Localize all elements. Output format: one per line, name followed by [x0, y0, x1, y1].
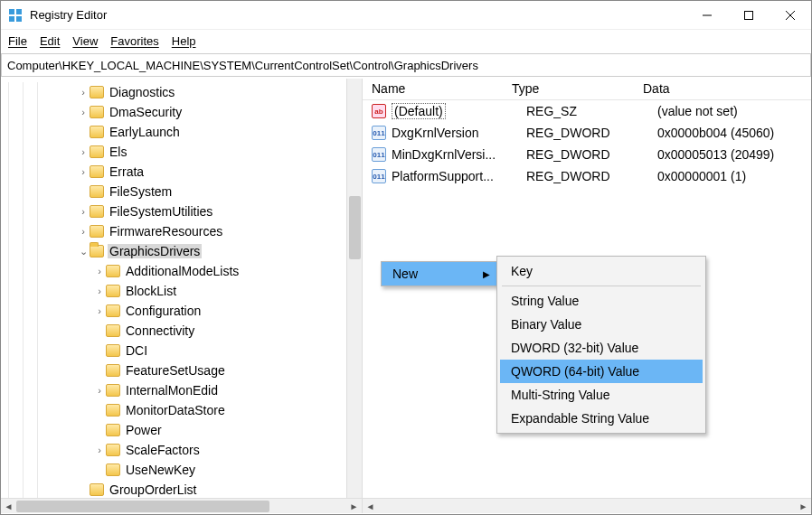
tree-node-label: BlockList	[124, 284, 178, 298]
folder-icon	[90, 145, 104, 158]
value-row[interactable]: 011MinDxgKrnlVersi...REG_DWORD0x00005013…	[372, 144, 811, 165]
col-name[interactable]: Name	[372, 79, 512, 99]
tree-node[interactable]: ›InternalMonEdid	[1, 380, 362, 400]
tree-node-label: MonitorDataStore	[124, 403, 227, 417]
binary-value-icon: 011	[372, 126, 386, 140]
tree-pane[interactable]: ›Diagnostics›DmaSecurityEarlyLaunch›Els›…	[1, 79, 363, 498]
close-button[interactable]	[770, 1, 811, 30]
context-item[interactable]: String Value	[500, 289, 703, 313]
binary-value-icon: 011	[372, 169, 386, 183]
tree-node-label: GraphicsDrivers	[108, 244, 202, 258]
context-item[interactable]: Multi-String Value	[500, 383, 703, 407]
tree-vertical-scrollbar[interactable]	[346, 79, 362, 498]
tree-node[interactable]: ›Errata	[1, 162, 362, 182]
expand-toggle-icon[interactable]: ›	[77, 107, 90, 117]
expand-toggle-icon[interactable]: ›	[77, 146, 90, 157]
expand-toggle-icon[interactable]: ›	[77, 206, 90, 217]
tree-node[interactable]: UseNewKey	[1, 460, 362, 480]
context-item-label: Binary Value	[511, 317, 581, 332]
tree-node-label: Connectivity	[124, 323, 196, 338]
folder-icon	[106, 344, 120, 357]
expand-toggle-icon[interactable]: ›	[77, 166, 90, 177]
expand-toggle-icon[interactable]: ›	[93, 286, 106, 296]
address-text: Computer\HKEY_LOCAL_MACHINE\SYSTEM\Curre…	[7, 59, 478, 72]
tree-node-label: DCI	[124, 343, 149, 358]
context-item[interactable]: DWORD (32-bit) Value	[500, 336, 703, 360]
value-row[interactable]: 011PlatformSupport...REG_DWORD0x00000001…	[372, 165, 811, 187]
tree-node[interactable]: FeatureSetUsage	[1, 360, 362, 380]
scrollbar-thumb[interactable]	[349, 196, 361, 259]
folder-icon	[90, 245, 104, 258]
menu-view[interactable]: View	[72, 34, 98, 48]
folder-icon	[106, 444, 120, 456]
value-data: 0x00000001 (1)	[657, 169, 811, 183]
folder-icon	[90, 126, 104, 138]
tree-node[interactable]: FileSystem	[1, 182, 362, 201]
tree-node[interactable]: EarlyLaunch	[1, 122, 362, 142]
value-row[interactable]: ab(Default)REG_SZ(value not set)	[372, 100, 811, 122]
tree-node[interactable]: Connectivity	[1, 321, 362, 341]
tree-node[interactable]: MonitorDataStore	[1, 400, 362, 420]
svg-rect-3	[16, 16, 22, 22]
scroll-right-icon[interactable]: ►	[346, 499, 362, 513]
tree-node[interactable]: ›BlockList	[1, 281, 362, 301]
values-horizontal-scrollbar[interactable]: ◄ ►	[363, 498, 811, 513]
expand-toggle-icon[interactable]: ›	[93, 445, 106, 455]
context-item[interactable]: Expandable String Value	[500, 407, 703, 430]
context-item-label: Key	[511, 264, 533, 278]
folder-icon	[106, 304, 120, 317]
value-row[interactable]: 011DxgKrnlVersionREG_DWORD0x0000b004 (45…	[372, 122, 811, 144]
scroll-left-icon[interactable]: ◄	[1, 499, 16, 513]
tree-node[interactable]: ⌄GraphicsDrivers	[1, 241, 362, 261]
context-item-label: String Value	[511, 294, 579, 308]
value-name: PlatformSupport...	[392, 169, 526, 183]
folder-icon	[90, 165, 104, 178]
maximize-button[interactable]	[728, 1, 770, 30]
menu-file[interactable]: File	[8, 34, 27, 48]
menu-edit[interactable]: Edit	[40, 34, 60, 48]
context-item[interactable]: QWORD (64-bit) Value	[500, 360, 703, 383]
menu-help[interactable]: Help	[172, 34, 196, 48]
tree-node[interactable]: ›AdditionalModeLists	[1, 261, 362, 281]
col-data[interactable]: Data	[643, 79, 811, 99]
context-submenu-new[interactable]: KeyString ValueBinary ValueDWORD (32-bit…	[496, 256, 706, 434]
expand-toggle-icon[interactable]: ›	[93, 305, 106, 316]
context-item-label: Multi-String Value	[511, 388, 609, 402]
svg-rect-2	[9, 16, 14, 22]
scrollbar-thumb[interactable]	[16, 501, 269, 512]
values-header[interactable]: Name Type Data	[363, 79, 811, 100]
tree-node[interactable]: ›DmaSecurity	[1, 102, 362, 122]
folder-icon	[106, 404, 120, 417]
tree-node[interactable]: ›FileSystemUtilities	[1, 201, 362, 221]
folder-icon	[90, 106, 104, 118]
scroll-right-icon[interactable]: ►	[796, 499, 811, 513]
menu-favorites[interactable]: Favorites	[110, 34, 158, 48]
tree-node-label: UseNewKey	[124, 463, 197, 477]
context-menu[interactable]: New ▶	[381, 261, 498, 286]
tree-node-label: Power	[124, 423, 164, 437]
tree-node[interactable]: DCI	[1, 341, 362, 360]
minimize-button[interactable]	[686, 1, 728, 30]
tree-node[interactable]: ›FirmwareResources	[1, 221, 362, 241]
tree-horizontal-scrollbar[interactable]: ◄ ►	[1, 498, 363, 513]
expand-toggle-icon[interactable]: ⌄	[77, 246, 90, 258]
value-type: REG_DWORD	[526, 169, 657, 183]
tree-node[interactable]: ›Diagnostics	[1, 82, 362, 102]
tree-node[interactable]: ›Els	[1, 142, 362, 162]
title-bar: Registry Editor	[1, 1, 811, 30]
tree-node[interactable]: ›ScaleFactors	[1, 440, 362, 460]
expand-toggle-icon[interactable]: ›	[77, 226, 90, 237]
context-item-new[interactable]: New ▶	[382, 262, 497, 286]
col-type[interactable]: Type	[512, 79, 643, 99]
address-bar[interactable]: Computer\HKEY_LOCAL_MACHINE\SYSTEM\Curre…	[1, 53, 811, 77]
expand-toggle-icon[interactable]: ›	[93, 385, 106, 396]
scroll-left-icon[interactable]: ◄	[363, 499, 378, 513]
value-data: 0x0000b004 (45060)	[657, 126, 811, 140]
context-item[interactable]: Binary Value	[500, 313, 703, 336]
tree-node[interactable]: ›Configuration	[1, 301, 362, 321]
expand-toggle-icon[interactable]: ›	[77, 87, 90, 98]
tree-node[interactable]: GroupOrderList	[1, 480, 362, 498]
expand-toggle-icon[interactable]: ›	[93, 266, 106, 276]
tree-node[interactable]: Power	[1, 420, 362, 440]
context-item[interactable]: Key	[500, 259, 703, 283]
